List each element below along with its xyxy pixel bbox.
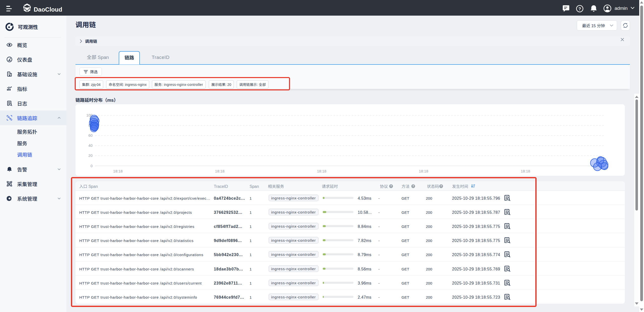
svg-text:40: 40 — [88, 143, 93, 148]
svg-text:18:18: 18:18 — [419, 169, 428, 173]
svg-text:?: ? — [578, 7, 581, 11]
svg-text:18:18: 18:18 — [521, 169, 530, 173]
svg-text:18:18: 18:18 — [113, 169, 123, 173]
svg-text:20: 20 — [88, 153, 93, 158]
svg-text:18:18: 18:18 — [215, 169, 225, 173]
svg-text:60: 60 — [88, 133, 93, 137]
svg-text:0: 0 — [91, 164, 93, 168]
svg-text:18:18: 18:18 — [317, 169, 327, 173]
